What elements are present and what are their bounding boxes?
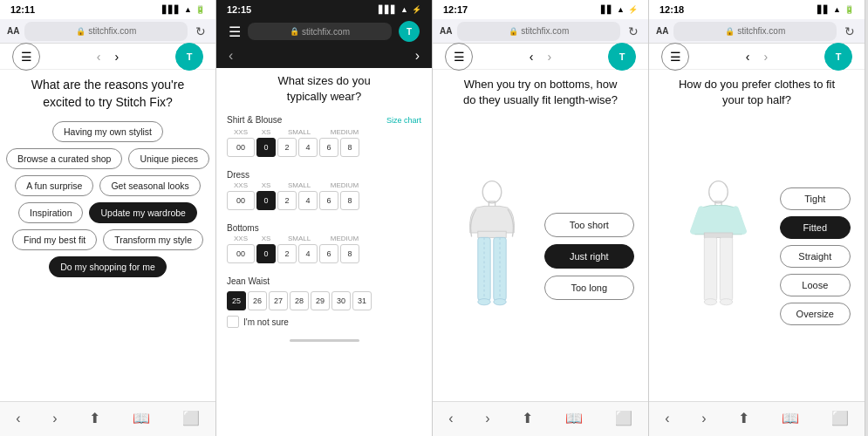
tag-browse[interactable]: Browse a curated shop bbox=[6, 148, 122, 169]
option-tight[interactable]: Tight bbox=[780, 187, 851, 210]
forward-btn-4[interactable]: › bbox=[701, 411, 706, 426]
share-btn-1[interactable]: ⬆ bbox=[89, 410, 100, 426]
forward-btn-3[interactable]: › bbox=[485, 411, 489, 426]
tag-transform[interactable]: Transform my style bbox=[103, 229, 203, 250]
back-dark-2[interactable]: ‹ bbox=[229, 48, 233, 64]
back-btn-3[interactable]: ‹ bbox=[448, 411, 453, 426]
share-btn-3[interactable]: ⬆ bbox=[522, 410, 533, 426]
tag-unique[interactable]: Unique pieces bbox=[128, 148, 209, 169]
forward-btn-1[interactable]: › bbox=[52, 411, 57, 426]
size-8-bottoms[interactable]: 8 bbox=[340, 244, 359, 263]
share-btn-4[interactable]: ⬆ bbox=[738, 410, 749, 426]
size-8-shirt[interactable]: 8 bbox=[340, 138, 359, 157]
size-30[interactable]: 30 bbox=[331, 291, 351, 310]
tag-having-own-stylist[interactable]: Having my own stylist bbox=[52, 121, 163, 142]
forward-arrow-1[interactable]: › bbox=[115, 50, 120, 64]
size-31[interactable]: 31 bbox=[352, 291, 372, 310]
shirt-blouse-section: Shirt & Blouse Size chart XXS XS SMALL M… bbox=[227, 115, 421, 157]
option-oversize[interactable]: Oversize bbox=[780, 303, 851, 325]
size-6-shirt[interactable]: 6 bbox=[319, 138, 338, 157]
tag-seasonal[interactable]: Get seasonal looks bbox=[99, 175, 200, 196]
url-bar-1[interactable]: 🔒 stitchfix.com bbox=[24, 22, 188, 41]
size-27[interactable]: 27 bbox=[269, 291, 288, 310]
back-arrow-3[interactable]: ‹ bbox=[530, 50, 534, 64]
tag-fun-surprise[interactable]: A fun surprise bbox=[15, 175, 93, 196]
tags-row-3: A fun surprise Get seasonal looks bbox=[15, 175, 201, 196]
size-00-shirt[interactable]: 00 bbox=[227, 138, 255, 157]
status-time-2: 12:15 bbox=[227, 4, 251, 15]
back-btn-1[interactable]: ‹ bbox=[16, 411, 20, 426]
size-4-shirt[interactable]: 4 bbox=[298, 138, 318, 157]
tag-inspiration[interactable]: Inspiration bbox=[18, 202, 83, 223]
bookmarks-btn-4[interactable]: 📖 bbox=[782, 410, 799, 426]
option-just-right[interactable]: Just right bbox=[544, 244, 635, 269]
menu-icon-3[interactable]: ☰ bbox=[445, 43, 473, 71]
phone-screen-4: 12:18 ▋▋ ▲ 🔋 AA 🔒 stitchfix.com ↻ ☰ ‹ › … bbox=[649, 0, 865, 436]
status-bar-3: 12:17 ▋▋ ▲ ⚡ bbox=[433, 0, 648, 19]
nav-bar-4: ☰ ‹ › T bbox=[649, 44, 865, 70]
avatar-2[interactable]: T bbox=[399, 21, 420, 42]
menu-icon-1[interactable]: ☰ bbox=[12, 43, 40, 71]
size-chart-link[interactable]: Size chart bbox=[386, 116, 421, 125]
option-loose[interactable]: Loose bbox=[780, 274, 851, 296]
refresh-btn-4[interactable]: ↻ bbox=[842, 24, 858, 38]
forward-arrow-4[interactable]: › bbox=[764, 50, 769, 64]
avatar-1[interactable]: T bbox=[175, 43, 203, 71]
screen2-content: What sizes do you typically wear? Shirt … bbox=[216, 68, 432, 436]
size-2-bottoms[interactable]: 2 bbox=[277, 244, 297, 263]
tag-shopping[interactable]: Do my shopping for me bbox=[49, 256, 167, 277]
not-sure-checkbox[interactable] bbox=[227, 316, 239, 328]
small-label-shirt: SMALL bbox=[277, 128, 321, 136]
svg-rect-12 bbox=[705, 238, 717, 301]
size-0-dress[interactable]: 0 bbox=[256, 191, 276, 210]
size-29[interactable]: 29 bbox=[311, 291, 330, 310]
svg-point-0 bbox=[482, 181, 502, 203]
size-25[interactable]: 25 bbox=[227, 291, 246, 310]
dark-url-bar-2[interactable]: 🔒 stitchfix.com bbox=[248, 23, 392, 40]
size-8-dress[interactable]: 8 bbox=[340, 191, 359, 210]
menu-icon-4[interactable]: ☰ bbox=[661, 43, 689, 71]
back-btn-4[interactable]: ‹ bbox=[665, 411, 669, 426]
refresh-btn-1[interactable]: ↻ bbox=[193, 24, 208, 38]
size-0-bottoms[interactable]: 0 bbox=[256, 244, 276, 263]
bookmarks-btn-3[interactable]: 📖 bbox=[565, 410, 583, 426]
avatar-4[interactable]: T bbox=[824, 43, 852, 71]
tags-row-4: Inspiration Update my wardrobe bbox=[18, 202, 197, 223]
avatar-3[interactable]: T bbox=[608, 43, 636, 71]
bookmarks-btn-1[interactable]: 📖 bbox=[133, 410, 150, 426]
url-bar-4[interactable]: 🔒 stitchfix.com bbox=[673, 22, 837, 41]
size-00-bottoms[interactable]: 00 bbox=[227, 244, 255, 263]
size-0-shirt[interactable]: 0 bbox=[256, 138, 276, 157]
tabs-btn-1[interactable]: ⬜ bbox=[182, 410, 200, 426]
status-bar-2: 12:15 ▋▋▋ ▲ ⚡ bbox=[216, 0, 432, 19]
forward-dark-2[interactable]: › bbox=[415, 48, 420, 64]
size-2-dress[interactable]: 2 bbox=[277, 191, 297, 210]
size-00-dress[interactable]: 00 bbox=[227, 191, 255, 210]
tag-best-fit[interactable]: Find my best fit bbox=[12, 229, 97, 250]
size-2-shirt[interactable]: 2 bbox=[277, 138, 297, 157]
option-fitted[interactable]: Fitted bbox=[780, 216, 851, 239]
size-26[interactable]: 26 bbox=[248, 291, 267, 310]
option-too-short[interactable]: Too short bbox=[544, 213, 635, 237]
size-28[interactable]: 28 bbox=[290, 291, 309, 310]
option-straight[interactable]: Straight bbox=[780, 245, 851, 268]
tabs-btn-4[interactable]: ⬜ bbox=[831, 410, 849, 426]
forward-arrow-3[interactable]: › bbox=[548, 50, 552, 64]
size-6-dress[interactable]: 6 bbox=[319, 191, 338, 210]
url-text-4: stitchfix.com bbox=[737, 26, 785, 36]
back-arrow-4[interactable]: ‹ bbox=[746, 50, 750, 64]
back-arrow-1[interactable]: ‹ bbox=[97, 50, 101, 64]
tag-update-wardrobe[interactable]: Update my wardrobe bbox=[89, 202, 196, 223]
wifi-icon-2: ▲ bbox=[400, 5, 408, 14]
tabs-btn-3[interactable]: ⬜ bbox=[615, 410, 632, 426]
option-too-long[interactable]: Too long bbox=[544, 276, 635, 300]
size-6-bottoms[interactable]: 6 bbox=[319, 244, 338, 263]
size-4-bottoms[interactable]: 4 bbox=[298, 244, 318, 263]
size-4-dress[interactable]: 4 bbox=[298, 191, 318, 210]
refresh-btn-3[interactable]: ↻ bbox=[625, 24, 641, 38]
figure-area-4 bbox=[663, 178, 775, 335]
url-bar-3[interactable]: 🔒 stitchfix.com bbox=[457, 22, 620, 41]
small-label-dress: SMALL bbox=[277, 181, 321, 189]
screen4-title: How do you prefer clothes to fit your to… bbox=[663, 77, 851, 108]
menu-dark-icon-2[interactable]: ☰ bbox=[229, 24, 241, 40]
